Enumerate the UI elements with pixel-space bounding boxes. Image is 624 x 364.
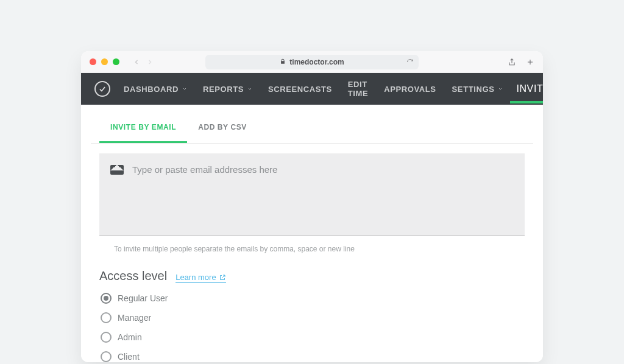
address-bar[interactable]: timedoctor.com bbox=[205, 55, 419, 69]
radio-label: Manager bbox=[118, 313, 151, 323]
nav-edit-time[interactable]: EDIT TIME bbox=[348, 80, 368, 98]
access-level-options: Regular User Manager Admin Client bbox=[99, 283, 525, 362]
chevron-down-icon bbox=[247, 86, 252, 91]
browser-window: timedoctor.com DASHBOARD REPORTS bbox=[81, 51, 543, 362]
nav-dashboard[interactable]: DASHBOARD bbox=[124, 85, 187, 94]
mail-icon bbox=[110, 165, 124, 175]
nav-active-indicator bbox=[510, 101, 543, 103]
content-area: INVITE BY EMAIL ADD BY CSV Type or paste… bbox=[81, 111, 543, 362]
app-header: DASHBOARD REPORTS SCREENCASTS EDIT TIME … bbox=[81, 73, 543, 105]
radio-label: Client bbox=[118, 352, 140, 362]
tab-add-by-csv-label: ADD BY CSV bbox=[198, 123, 247, 131]
forward-button[interactable] bbox=[146, 58, 154, 66]
radio-button-icon bbox=[101, 293, 112, 304]
learn-more-link[interactable]: Learn more bbox=[176, 273, 225, 283]
back-button[interactable] bbox=[133, 58, 140, 66]
nav-reports-label: REPORTS bbox=[203, 85, 244, 94]
maximize-window-button[interactable] bbox=[113, 58, 119, 65]
access-level-section: Access level Learn more Regular User Man… bbox=[91, 253, 533, 362]
nav-reports[interactable]: REPORTS bbox=[203, 85, 252, 94]
chevron-down-icon bbox=[498, 86, 503, 91]
window-controls bbox=[90, 58, 119, 65]
tab-invite-by-email[interactable]: INVITE BY EMAIL bbox=[99, 111, 187, 143]
refresh-button[interactable] bbox=[406, 58, 414, 66]
radio-label: Regular User bbox=[118, 293, 168, 303]
browser-chrome: timedoctor.com bbox=[81, 51, 543, 73]
nav-settings-label: SETTINGS bbox=[452, 85, 495, 94]
nav-approvals-label: APPROVALS bbox=[384, 85, 436, 94]
nav-screencasts-label: SCREENCASTS bbox=[268, 85, 332, 94]
email-textarea[interactable]: Type or paste email addresses here bbox=[99, 153, 525, 236]
tab-add-by-csv[interactable]: ADD BY CSV bbox=[187, 111, 258, 143]
nav-dashboard-label: DASHBOARD bbox=[124, 85, 179, 94]
nav-invite[interactable]: INVITE bbox=[516, 83, 543, 94]
share-icon[interactable] bbox=[508, 58, 516, 66]
chevron-down-icon bbox=[182, 86, 187, 91]
tab-invite-by-email-label: INVITE BY EMAIL bbox=[110, 123, 176, 131]
invite-tabs: INVITE BY EMAIL ADD BY CSV bbox=[91, 111, 533, 144]
radio-button-icon bbox=[101, 332, 112, 343]
main-nav: DASHBOARD REPORTS SCREENCASTS EDIT TIME … bbox=[124, 80, 503, 98]
lock-icon bbox=[280, 58, 286, 66]
nav-edit-time-label: EDIT TIME bbox=[348, 80, 368, 98]
nav-approvals[interactable]: APPROVALS bbox=[384, 85, 436, 94]
radio-button-icon bbox=[101, 351, 112, 362]
radio-admin[interactable]: Admin bbox=[101, 332, 525, 343]
radio-label: Admin bbox=[118, 332, 142, 342]
timedoctor-logo[interactable] bbox=[94, 81, 110, 97]
url-host: timedoctor.com bbox=[289, 58, 344, 66]
radio-client[interactable]: Client bbox=[101, 351, 525, 362]
nav-settings[interactable]: SETTINGS bbox=[452, 85, 503, 94]
browser-right-icons bbox=[508, 58, 534, 66]
email-input-section: Type or paste email addresses here To in… bbox=[91, 144, 533, 253]
email-placeholder: Type or paste email addresses here bbox=[132, 164, 277, 175]
browser-nav-arrows bbox=[133, 58, 154, 66]
external-link-icon bbox=[219, 274, 226, 281]
close-window-button[interactable] bbox=[90, 58, 96, 65]
learn-more-label: Learn more bbox=[176, 273, 216, 282]
nav-invite-label: INVITE bbox=[516, 83, 543, 94]
radio-button-icon bbox=[101, 312, 112, 323]
email-hint: To invite multiple people separate the e… bbox=[99, 236, 525, 253]
new-tab-icon[interactable] bbox=[526, 58, 534, 66]
access-level-title: Access level bbox=[99, 269, 167, 283]
minimize-window-button[interactable] bbox=[101, 58, 108, 65]
radio-manager[interactable]: Manager bbox=[101, 312, 525, 323]
nav-screencasts[interactable]: SCREENCASTS bbox=[268, 85, 332, 94]
radio-regular-user[interactable]: Regular User bbox=[101, 293, 525, 304]
